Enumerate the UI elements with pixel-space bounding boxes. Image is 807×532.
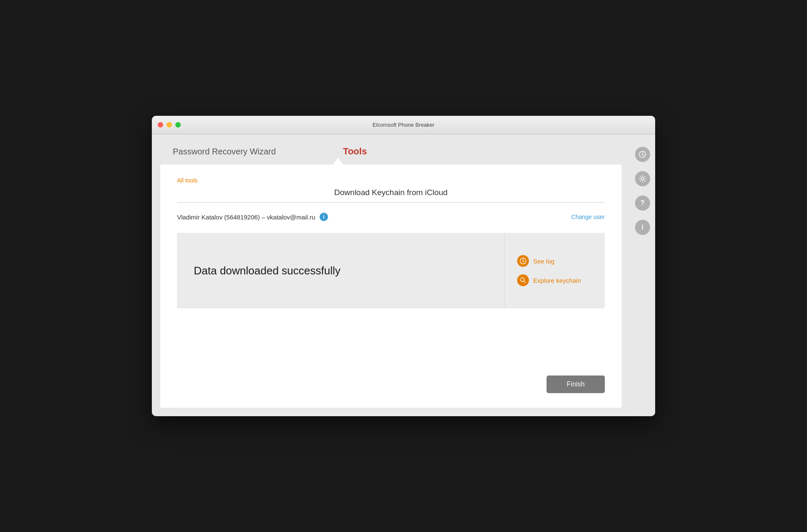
maximize-button[interactable]	[175, 122, 181, 128]
user-info-row: Vladimir Katalov (564819206) – vkatalov@…	[177, 213, 605, 221]
finish-row: Finish	[547, 376, 605, 393]
main-layout: Password Recovery Wizard Tools All tools…	[152, 134, 655, 416]
page-content: All tools Download Keychain from iCloud …	[160, 164, 622, 408]
svg-line-4	[524, 281, 526, 283]
content-area: Password Recovery Wizard Tools All tools…	[152, 134, 630, 416]
see-log-action[interactable]: See log	[517, 255, 592, 267]
finish-button[interactable]: Finish	[547, 376, 605, 393]
result-box: Data downloaded successfully	[177, 233, 605, 308]
nav-header: Password Recovery Wizard Tools	[152, 134, 630, 157]
svg-line-2	[523, 261, 524, 262]
main-window: Elcomsoft Phone Breaker Password Recover…	[152, 116, 655, 416]
page-title: Download Keychain from iCloud	[177, 188, 605, 197]
success-message: Data downloaded successfully	[194, 264, 341, 277]
see-log-label[interactable]: See log	[533, 258, 554, 265]
explore-keychain-icon	[517, 274, 529, 286]
nav-tools[interactable]: Tools	[343, 146, 367, 156]
info-sidebar-label: i	[642, 224, 643, 231]
nav-password-wizard[interactable]: Password Recovery Wizard	[173, 147, 276, 156]
title-divider	[177, 202, 605, 203]
breadcrumb-row: All tools	[177, 177, 605, 184]
nav-indicator-triangle	[333, 158, 343, 164]
svg-line-7	[643, 155, 644, 156]
window-title: Elcomsoft Phone Breaker	[372, 122, 434, 128]
help-icon[interactable]: ?	[635, 196, 650, 211]
result-right: See log Explore keychain	[504, 233, 605, 308]
info-icon[interactable]: i	[320, 213, 328, 221]
explore-keychain-label[interactable]: Explore keychain	[533, 277, 581, 284]
window-controls	[158, 122, 181, 128]
change-user-link[interactable]: Change user	[571, 214, 605, 220]
title-bar: Elcomsoft Phone Breaker	[152, 116, 655, 134]
minimize-button[interactable]	[167, 122, 172, 128]
user-name-text: Vladimir Katalov (564819206) – vkatalov@…	[177, 214, 315, 221]
svg-point-8	[641, 177, 644, 180]
history-icon[interactable]	[635, 147, 650, 162]
see-log-icon	[517, 255, 529, 267]
info-sidebar-icon[interactable]: i	[635, 220, 650, 235]
all-tools-link[interactable]: All tools	[177, 177, 198, 184]
result-left: Data downloaded successfully	[177, 233, 504, 308]
settings-icon[interactable]	[635, 171, 650, 186]
right-sidebar: ? i	[630, 134, 655, 416]
help-icon-label: ?	[640, 199, 645, 207]
explore-keychain-action[interactable]: Explore keychain	[517, 274, 592, 286]
user-info-left: Vladimir Katalov (564819206) – vkatalov@…	[177, 213, 328, 221]
close-button[interactable]	[158, 122, 163, 128]
